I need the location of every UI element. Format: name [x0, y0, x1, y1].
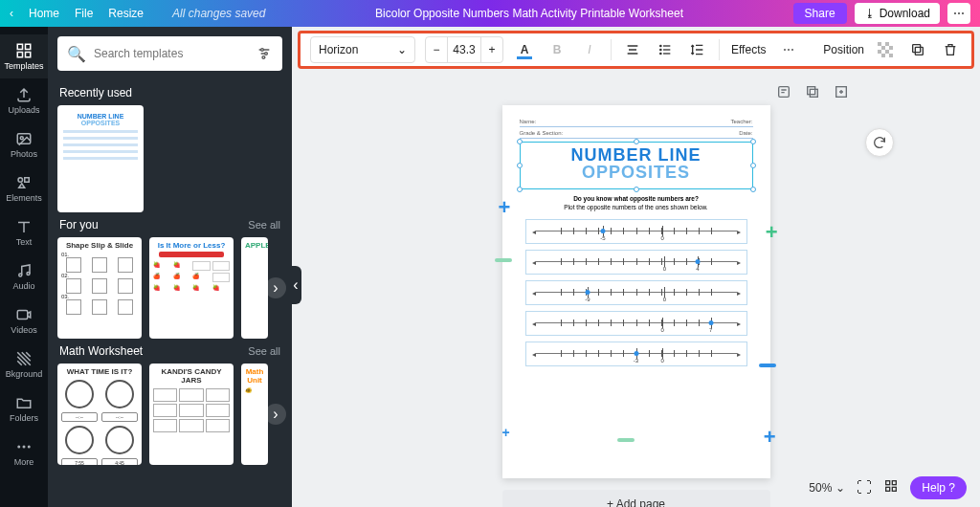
help-button[interactable]: Help ? [910, 476, 967, 499]
template-thumb[interactable]: APPLE [241, 237, 268, 339]
more-menu-button[interactable]: ⋯ [947, 3, 970, 24]
grid-view-icon[interactable] [883, 478, 899, 497]
add-page-button[interactable]: + Add page [502, 490, 770, 507]
svg-point-8 [19, 274, 22, 276]
number-line: ◂▸-30 [525, 342, 747, 366]
decor-plus-icon: + [766, 220, 778, 245]
see-all-link[interactable]: See all [248, 345, 280, 357]
number-line: ◂▸-50 [525, 219, 747, 244]
rail-uploads[interactable]: Uploads [0, 78, 48, 122]
svg-point-16 [262, 56, 265, 59]
see-all-link[interactable]: See all [248, 219, 280, 231]
section-math-title: Math Worksheet [59, 344, 143, 358]
rail-folders[interactable]: Folders [0, 386, 48, 430]
download-icon: ⭳ [864, 7, 876, 20]
size-increase-button[interactable]: + [481, 43, 502, 56]
svg-rect-10 [17, 311, 28, 320]
svg-rect-24 [889, 46, 893, 50]
svg-rect-26 [885, 50, 889, 54]
search-input[interactable] [94, 47, 248, 60]
spacing-button[interactable] [686, 38, 709, 61]
hdr-grade: Grade & Section: [520, 130, 564, 136]
separator [611, 39, 612, 60]
template-thumb[interactable]: Math Unit 🐠 [241, 364, 268, 465]
rail-videos[interactable]: Videos [0, 298, 48, 342]
template-thumb[interactable]: KANDI'S CANDY JARS [149, 364, 234, 465]
thumb-text: APPLE [245, 241, 264, 250]
undo-fab[interactable] [865, 128, 894, 157]
rail-photos[interactable]: Photos [0, 122, 48, 166]
svg-rect-21 [878, 42, 881, 46]
filter-icon[interactable] [256, 45, 273, 62]
rail-background[interactable]: Bkground [0, 342, 48, 386]
svg-point-17 [660, 45, 661, 46]
text-color-button[interactable]: A [513, 38, 536, 61]
subtitle: Do you know what opposite numbers are?Pl… [520, 195, 753, 211]
scroll-right-icon[interactable]: › [265, 404, 286, 425]
zoom-value: 50% [809, 481, 832, 495]
rail-label: More [14, 457, 34, 467]
section-recent-title: Recently used [59, 86, 132, 99]
rail-label: Uploads [8, 105, 39, 115]
share-button[interactable]: Share [793, 3, 847, 24]
page-duplicate-icon[interactable] [803, 82, 822, 101]
more-formatting-icon[interactable]: ⋯ [777, 38, 800, 61]
svg-rect-0 [17, 44, 22, 49]
home-link[interactable]: Home [29, 7, 59, 20]
font-family-select[interactable]: Horizon ⌄ [310, 36, 415, 63]
canvas-page[interactable]: Name:Teacher: Grade & Section:Date: NUMB… [502, 105, 770, 478]
page-add-icon[interactable] [832, 82, 851, 101]
document-title[interactable]: Bicolor Opposite Numbers Math Activity P… [265, 7, 792, 20]
zoom-control[interactable]: 50%⌄ [809, 481, 845, 495]
resize-menu[interactable]: Resize [108, 7, 144, 20]
position-button[interactable]: Position [823, 43, 864, 56]
number-line: ◂▸07 [525, 311, 747, 336]
search-input-wrap[interactable]: 🔍 [57, 36, 282, 71]
align-button[interactable] [621, 38, 644, 61]
thumb-badge: 7:55 [61, 458, 98, 465]
effects-button[interactable]: Effects [729, 39, 768, 60]
delete-icon[interactable] [939, 38, 962, 61]
thumb-text: KANDI'S CANDY JARS [153, 367, 230, 385]
decor-dash-icon [759, 364, 776, 367]
font-size-value[interactable]: 43.3 [447, 37, 481, 62]
svg-rect-1 [26, 44, 31, 49]
svg-rect-28 [889, 54, 893, 57]
rail-more[interactable]: More [0, 430, 48, 474]
template-thumb[interactable]: Is It More or Less? 🍓🍓 🍎🍎🍎 🍓🍓🍓🍓 [149, 237, 234, 339]
context-toolbar: Horizon ⌄ − 43.3 + A B I Effects ⋯ Posit… [298, 31, 974, 69]
file-menu[interactable]: File [75, 7, 93, 20]
thumb-text: WHAT TIME IS IT? [61, 367, 138, 376]
list-button[interactable] [654, 38, 677, 61]
download-button[interactable]: ⭳ Download [855, 3, 940, 24]
transparency-icon[interactable] [874, 38, 897, 61]
template-thumb[interactable]: Shape Slip & Slide 01. 02. 03. [57, 237, 142, 339]
title-line-1: NUMBER LINE [521, 146, 752, 164]
svg-rect-29 [915, 47, 923, 55]
duplicate-icon[interactable] [906, 38, 929, 61]
rail-text[interactable]: Text [0, 210, 48, 254]
number-line: ◂▸04 [525, 250, 747, 275]
svg-rect-32 [810, 89, 817, 97]
rail-label: Bkground [6, 369, 43, 379]
svg-rect-25 [878, 50, 881, 54]
font-size-stepper[interactable]: − 43.3 + [425, 36, 503, 63]
fullscreen-icon[interactable]: ⛶ [857, 479, 872, 496]
templates-panel: 🔍 Recently used NUMBER LINE OPPOSITES Fo… [48, 27, 292, 507]
size-decrease-button[interactable]: − [426, 43, 447, 56]
selected-text-element[interactable]: NUMBER LINE OPPOSITES [520, 142, 753, 189]
page-notes-icon[interactable] [774, 82, 793, 101]
italic-button[interactable]: I [578, 38, 601, 61]
rail-elements[interactable]: Elements [0, 166, 48, 210]
svg-rect-2 [17, 53, 22, 57]
chevron-down-icon: ⌄ [835, 481, 845, 495]
back-icon[interactable]: ‹ [10, 7, 13, 20]
template-thumb[interactable]: NUMBER LINE OPPOSITES [57, 105, 144, 212]
scroll-right-icon[interactable]: › [265, 277, 286, 298]
svg-point-13 [28, 446, 31, 449]
rail-templates[interactable]: Templates [0, 34, 48, 78]
rail-audio[interactable]: Audio [0, 254, 48, 298]
top-bar: ‹ Home File Resize All changes saved Bic… [0, 0, 980, 27]
template-thumb[interactable]: WHAT TIME IS IT? --:----:--7:554:45 [57, 364, 142, 465]
bold-button[interactable]: B [546, 38, 568, 61]
